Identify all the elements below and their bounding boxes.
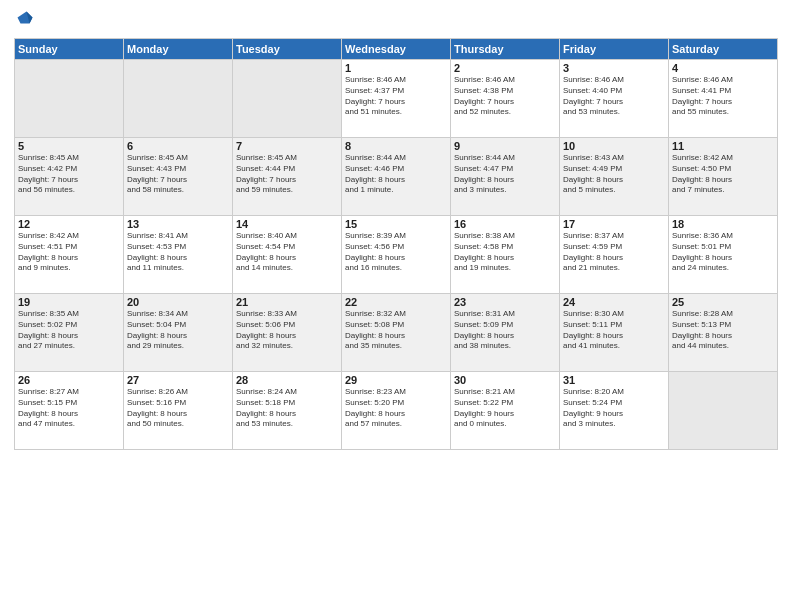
- day-info: Sunrise: 8:45 AM Sunset: 4:43 PM Dayligh…: [127, 153, 229, 196]
- day-number: 23: [454, 296, 556, 308]
- day-info: Sunrise: 8:44 AM Sunset: 4:46 PM Dayligh…: [345, 153, 447, 196]
- calendar-cell: 6Sunrise: 8:45 AM Sunset: 4:43 PM Daylig…: [124, 138, 233, 216]
- day-number: 16: [454, 218, 556, 230]
- day-info: Sunrise: 8:27 AM Sunset: 5:15 PM Dayligh…: [18, 387, 120, 430]
- calendar-cell: 16Sunrise: 8:38 AM Sunset: 4:58 PM Dayli…: [451, 216, 560, 294]
- calendar-cell: 29Sunrise: 8:23 AM Sunset: 5:20 PM Dayli…: [342, 372, 451, 450]
- day-info: Sunrise: 8:46 AM Sunset: 4:38 PM Dayligh…: [454, 75, 556, 118]
- weekday-header: Thursday: [451, 39, 560, 60]
- calendar-cell: 4Sunrise: 8:46 AM Sunset: 4:41 PM Daylig…: [669, 60, 778, 138]
- day-number: 31: [563, 374, 665, 386]
- day-number: 5: [18, 140, 120, 152]
- calendar-cell: 12Sunrise: 8:42 AM Sunset: 4:51 PM Dayli…: [15, 216, 124, 294]
- calendar-cell: 28Sunrise: 8:24 AM Sunset: 5:18 PM Dayli…: [233, 372, 342, 450]
- day-info: Sunrise: 8:37 AM Sunset: 4:59 PM Dayligh…: [563, 231, 665, 274]
- day-info: Sunrise: 8:28 AM Sunset: 5:13 PM Dayligh…: [672, 309, 774, 352]
- calendar-cell: [669, 372, 778, 450]
- day-info: Sunrise: 8:24 AM Sunset: 5:18 PM Dayligh…: [236, 387, 338, 430]
- weekday-header: Saturday: [669, 39, 778, 60]
- calendar-cell: [233, 60, 342, 138]
- calendar-week-row: 19Sunrise: 8:35 AM Sunset: 5:02 PM Dayli…: [15, 294, 778, 372]
- calendar-cell: 13Sunrise: 8:41 AM Sunset: 4:53 PM Dayli…: [124, 216, 233, 294]
- day-number: 24: [563, 296, 665, 308]
- day-number: 18: [672, 218, 774, 230]
- day-info: Sunrise: 8:30 AM Sunset: 5:11 PM Dayligh…: [563, 309, 665, 352]
- calendar-cell: 10Sunrise: 8:43 AM Sunset: 4:49 PM Dayli…: [560, 138, 669, 216]
- day-number: 15: [345, 218, 447, 230]
- calendar-cell: 3Sunrise: 8:46 AM Sunset: 4:40 PM Daylig…: [560, 60, 669, 138]
- day-number: 8: [345, 140, 447, 152]
- day-number: 14: [236, 218, 338, 230]
- calendar-cell: 8Sunrise: 8:44 AM Sunset: 4:46 PM Daylig…: [342, 138, 451, 216]
- day-number: 6: [127, 140, 229, 152]
- day-number: 13: [127, 218, 229, 230]
- day-info: Sunrise: 8:23 AM Sunset: 5:20 PM Dayligh…: [345, 387, 447, 430]
- calendar-cell: 20Sunrise: 8:34 AM Sunset: 5:04 PM Dayli…: [124, 294, 233, 372]
- day-info: Sunrise: 8:45 AM Sunset: 4:44 PM Dayligh…: [236, 153, 338, 196]
- day-number: 17: [563, 218, 665, 230]
- day-info: Sunrise: 8:38 AM Sunset: 4:58 PM Dayligh…: [454, 231, 556, 274]
- day-number: 19: [18, 296, 120, 308]
- day-info: Sunrise: 8:34 AM Sunset: 5:04 PM Dayligh…: [127, 309, 229, 352]
- calendar-cell: 2Sunrise: 8:46 AM Sunset: 4:38 PM Daylig…: [451, 60, 560, 138]
- day-info: Sunrise: 8:36 AM Sunset: 5:01 PM Dayligh…: [672, 231, 774, 274]
- day-info: Sunrise: 8:44 AM Sunset: 4:47 PM Dayligh…: [454, 153, 556, 196]
- day-info: Sunrise: 8:43 AM Sunset: 4:49 PM Dayligh…: [563, 153, 665, 196]
- calendar-cell: 22Sunrise: 8:32 AM Sunset: 5:08 PM Dayli…: [342, 294, 451, 372]
- calendar-table: SundayMondayTuesdayWednesdayThursdayFrid…: [14, 38, 778, 450]
- day-number: 27: [127, 374, 229, 386]
- day-number: 10: [563, 140, 665, 152]
- calendar-cell: 1Sunrise: 8:46 AM Sunset: 4:37 PM Daylig…: [342, 60, 451, 138]
- day-number: 2: [454, 62, 556, 74]
- calendar-cell: 7Sunrise: 8:45 AM Sunset: 4:44 PM Daylig…: [233, 138, 342, 216]
- day-number: 21: [236, 296, 338, 308]
- day-info: Sunrise: 8:40 AM Sunset: 4:54 PM Dayligh…: [236, 231, 338, 274]
- day-info: Sunrise: 8:41 AM Sunset: 4:53 PM Dayligh…: [127, 231, 229, 274]
- day-info: Sunrise: 8:35 AM Sunset: 5:02 PM Dayligh…: [18, 309, 120, 352]
- calendar-cell: 23Sunrise: 8:31 AM Sunset: 5:09 PM Dayli…: [451, 294, 560, 372]
- calendar-cell: 15Sunrise: 8:39 AM Sunset: 4:56 PM Dayli…: [342, 216, 451, 294]
- weekday-header: Monday: [124, 39, 233, 60]
- calendar-cell: 21Sunrise: 8:33 AM Sunset: 5:06 PM Dayli…: [233, 294, 342, 372]
- calendar-cell: 19Sunrise: 8:35 AM Sunset: 5:02 PM Dayli…: [15, 294, 124, 372]
- logo: [14, 10, 37, 32]
- calendar-cell: 30Sunrise: 8:21 AM Sunset: 5:22 PM Dayli…: [451, 372, 560, 450]
- calendar-header-row: SundayMondayTuesdayWednesdayThursdayFrid…: [15, 39, 778, 60]
- day-info: Sunrise: 8:46 AM Sunset: 4:41 PM Dayligh…: [672, 75, 774, 118]
- day-number: 29: [345, 374, 447, 386]
- day-info: Sunrise: 8:20 AM Sunset: 5:24 PM Dayligh…: [563, 387, 665, 430]
- day-number: 22: [345, 296, 447, 308]
- day-info: Sunrise: 8:42 AM Sunset: 4:50 PM Dayligh…: [672, 153, 774, 196]
- logo-icon: [16, 10, 34, 28]
- day-info: Sunrise: 8:39 AM Sunset: 4:56 PM Dayligh…: [345, 231, 447, 274]
- weekday-header: Friday: [560, 39, 669, 60]
- calendar-cell: 9Sunrise: 8:44 AM Sunset: 4:47 PM Daylig…: [451, 138, 560, 216]
- page-header: [14, 10, 778, 32]
- day-number: 7: [236, 140, 338, 152]
- calendar-week-row: 5Sunrise: 8:45 AM Sunset: 4:42 PM Daylig…: [15, 138, 778, 216]
- calendar-cell: 26Sunrise: 8:27 AM Sunset: 5:15 PM Dayli…: [15, 372, 124, 450]
- day-number: 12: [18, 218, 120, 230]
- day-info: Sunrise: 8:42 AM Sunset: 4:51 PM Dayligh…: [18, 231, 120, 274]
- calendar-cell: [15, 60, 124, 138]
- day-number: 26: [18, 374, 120, 386]
- calendar-cell: 11Sunrise: 8:42 AM Sunset: 4:50 PM Dayli…: [669, 138, 778, 216]
- day-info: Sunrise: 8:46 AM Sunset: 4:37 PM Dayligh…: [345, 75, 447, 118]
- calendar-cell: 14Sunrise: 8:40 AM Sunset: 4:54 PM Dayli…: [233, 216, 342, 294]
- weekday-header: Wednesday: [342, 39, 451, 60]
- day-number: 30: [454, 374, 556, 386]
- calendar-cell: 5Sunrise: 8:45 AM Sunset: 4:42 PM Daylig…: [15, 138, 124, 216]
- day-info: Sunrise: 8:45 AM Sunset: 4:42 PM Dayligh…: [18, 153, 120, 196]
- calendar-cell: 31Sunrise: 8:20 AM Sunset: 5:24 PM Dayli…: [560, 372, 669, 450]
- day-number: 20: [127, 296, 229, 308]
- weekday-header: Tuesday: [233, 39, 342, 60]
- day-info: Sunrise: 8:46 AM Sunset: 4:40 PM Dayligh…: [563, 75, 665, 118]
- day-number: 28: [236, 374, 338, 386]
- calendar-week-row: 26Sunrise: 8:27 AM Sunset: 5:15 PM Dayli…: [15, 372, 778, 450]
- day-number: 9: [454, 140, 556, 152]
- day-info: Sunrise: 8:26 AM Sunset: 5:16 PM Dayligh…: [127, 387, 229, 430]
- day-number: 3: [563, 62, 665, 74]
- calendar-cell: 17Sunrise: 8:37 AM Sunset: 4:59 PM Dayli…: [560, 216, 669, 294]
- day-number: 4: [672, 62, 774, 74]
- weekday-header: Sunday: [15, 39, 124, 60]
